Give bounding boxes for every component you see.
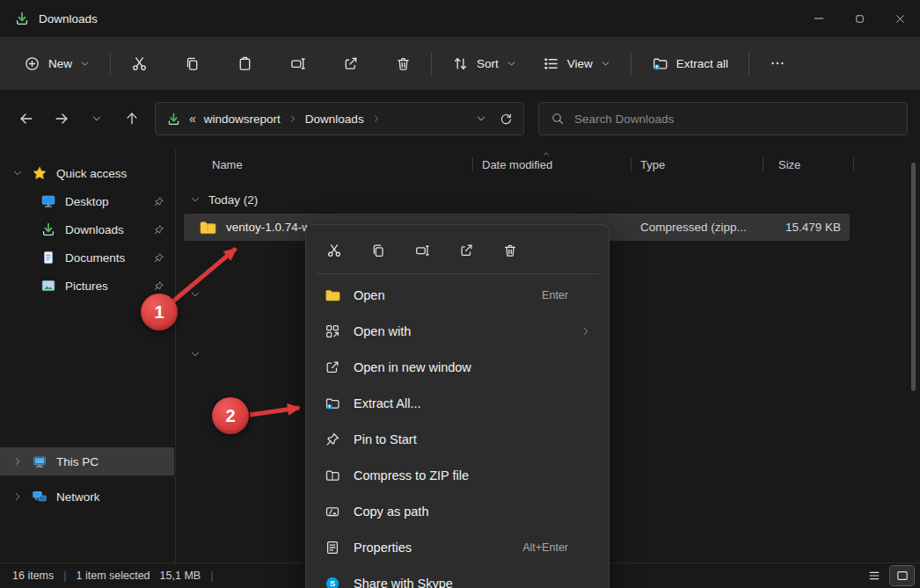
up-button[interactable]	[116, 103, 148, 134]
forward-button[interactable]	[46, 103, 77, 134]
search-icon	[551, 112, 565, 126]
annotation-arrow-2	[245, 396, 310, 422]
folder-icon	[325, 287, 340, 303]
sidebar-item-desktop[interactable]: Desktop	[0, 187, 175, 215]
maximize-button[interactable]	[839, 0, 880, 37]
sidebar-item-documents[interactable]: Documents	[0, 243, 175, 272]
column-header-label: Name	[212, 158, 243, 171]
sidebar-item-label: Network	[56, 490, 100, 504]
menu-item-compress-to-zip[interactable]: Compress to ZIP file	[311, 457, 603, 493]
sidebar-item-label: Desktop	[65, 195, 109, 208]
menu-item-label: Extract All...	[354, 396, 421, 410]
large-icons-view-icon	[895, 569, 909, 583]
share-button[interactable]	[450, 236, 482, 265]
close-button[interactable]	[880, 0, 920, 37]
column-header-size[interactable]: Size	[763, 148, 854, 181]
menu-item-label: Copy as path	[354, 505, 428, 519]
column-header-date-modified[interactable]: Date modified	[473, 148, 632, 181]
copy-button[interactable]	[362, 236, 394, 265]
menu-item-share-with-skype[interactable]: S Share with Skype	[311, 565, 603, 588]
more-options-icon	[770, 55, 785, 71]
search-input[interactable]	[574, 113, 895, 126]
sidebar-item-quick-access[interactable]: Quick access	[0, 159, 175, 187]
window-title: Downloads	[39, 12, 98, 25]
rename-icon	[414, 243, 430, 258]
copy-button[interactable]	[174, 47, 209, 79]
submenu-chevron-icon	[580, 326, 591, 337]
column-header-label: Size	[778, 158, 800, 171]
details-view-icon	[867, 569, 881, 583]
menu-item-properties[interactable]: Properties Alt+Enter	[311, 529, 603, 565]
menu-item-extract-all[interactable]: Extract All...	[311, 385, 603, 421]
sidebar-item-label: Quick access	[56, 167, 127, 180]
selection-size: 15,1 MB	[160, 570, 201, 582]
column-header-name[interactable]: Name	[177, 148, 473, 181]
cut-button[interactable]	[121, 47, 157, 79]
this-pc-icon	[32, 454, 47, 469]
copy-icon	[370, 243, 386, 258]
view-button[interactable]: View	[533, 48, 620, 79]
delete-button[interactable]	[494, 236, 526, 265]
extract-all-icon	[325, 396, 340, 411]
new-button-label: New	[48, 57, 72, 70]
cut-button[interactable]	[318, 236, 350, 265]
share-button[interactable]	[332, 47, 368, 79]
address-bar[interactable]: « windowsreport Downloads	[155, 102, 524, 135]
star-icon	[32, 165, 47, 181]
menu-item-open-in-new-window[interactable]: Open in new window	[311, 349, 603, 385]
menu-item-label: Open with	[354, 324, 411, 338]
zip-folder-icon	[199, 219, 216, 236]
toolbar-separator	[110, 52, 111, 75]
new-window-icon	[325, 359, 340, 375]
vertical-scrollbar-thumb[interactable]	[911, 163, 916, 391]
recent-locations-button[interactable]	[81, 103, 113, 134]
network-icon	[32, 489, 47, 505]
extract-all-icon	[652, 55, 668, 72]
menu-item-pin-to-start[interactable]: Pin to Start	[311, 421, 603, 457]
pin-icon	[325, 432, 340, 447]
status-separator: |	[210, 570, 213, 582]
paste-button[interactable]	[227, 47, 262, 79]
annotation-step-2-badge: 2	[212, 397, 249, 434]
column-header-type[interactable]: Type	[632, 148, 763, 181]
large-icons-view-button[interactable]	[890, 566, 914, 585]
clipboard-button-group	[121, 47, 420, 79]
rename-button[interactable]	[406, 236, 438, 265]
sidebar-item-downloads[interactable]: Downloads	[0, 215, 175, 243]
sidebar-item-label: Documents	[65, 251, 125, 265]
sidebar: Quick access Desktop Downloads	[0, 148, 176, 563]
downloads-location-icon	[166, 112, 181, 127]
delete-button[interactable]	[385, 47, 420, 79]
pin-icon	[153, 196, 164, 207]
menu-item-open-with[interactable]: Open with	[311, 313, 603, 349]
address-dropdown-chevron-icon[interactable]	[476, 113, 486, 124]
menu-item-open[interactable]: Open Enter	[311, 277, 603, 313]
minimize-button[interactable]	[799, 0, 839, 37]
sidebar-item-this-pc[interactable]: This PC	[0, 447, 174, 475]
documents-icon	[40, 250, 56, 265]
sort-button[interactable]: Sort	[442, 48, 526, 79]
titlebar: Downloads	[0, 0, 920, 37]
rename-icon	[289, 55, 306, 72]
menu-item-label: Open in new window	[354, 360, 471, 374]
menu-item-label: Share with Skype	[354, 577, 453, 588]
file-name: ventoy-1.0.74-w	[226, 221, 310, 234]
group-collapse-chevron-icon[interactable]	[190, 349, 201, 359]
refresh-icon[interactable]	[499, 112, 513, 126]
group-header-today[interactable]: Today (2)	[177, 188, 258, 211]
breadcrumb-item-windowsreport[interactable]: windowsreport	[204, 113, 281, 126]
extract-all-button[interactable]: Extract all	[642, 48, 738, 79]
rename-button[interactable]	[280, 47, 315, 79]
sidebar-item-network[interactable]: Network	[0, 483, 174, 511]
breadcrumb-overflow-button[interactable]: «	[189, 112, 196, 126]
minimize-icon	[812, 11, 826, 25]
menu-item-copy-as-path[interactable]: Copy as path	[311, 493, 603, 529]
more-options-button[interactable]	[760, 47, 795, 79]
details-view-button[interactable]	[862, 566, 886, 585]
sort-icon	[452, 55, 469, 72]
back-button[interactable]	[11, 103, 42, 134]
chevron-down-icon	[507, 59, 516, 69]
new-button[interactable]: New	[14, 48, 99, 79]
sidebar-item-label: Pictures	[65, 279, 108, 293]
breadcrumb-item-downloads[interactable]: Downloads	[305, 113, 364, 126]
